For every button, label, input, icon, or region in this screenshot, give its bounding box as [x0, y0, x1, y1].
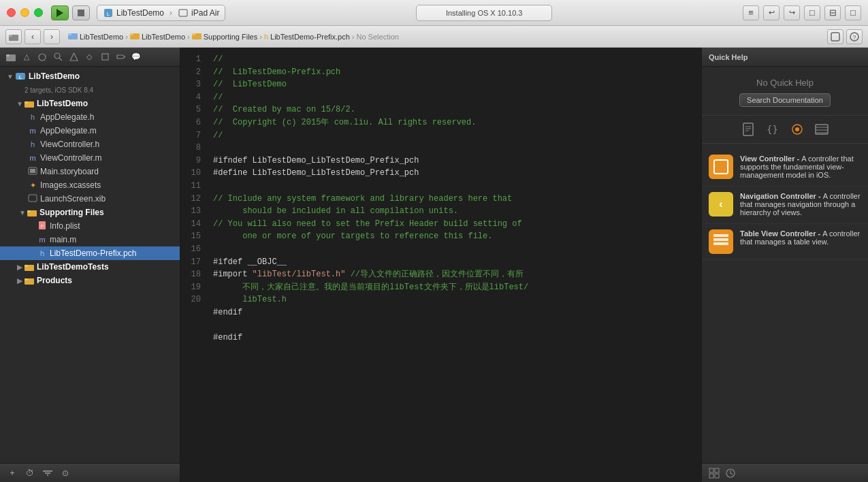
line-num-20: 20 — [187, 293, 201, 306]
qh-layout-icon[interactable] — [814, 121, 830, 138]
svg-text:{}: {} — [767, 124, 778, 135]
tree-item-info-plist[interactable]: P Info.plist — [0, 219, 180, 233]
bc-libtestdemo-project[interactable]: LibTestDemo — [68, 32, 123, 42]
sidebar-footer: + ⏱ ⊙ — [0, 463, 180, 482]
toolbar2: ‹ › LibTestDemo › LibTestDemo › Supporti… — [0, 26, 868, 48]
tree-item-project-root[interactable]: ▼ L LibTestDemo — [0, 69, 180, 83]
report-nav-icon[interactable]: 💬 — [129, 50, 143, 64]
code-line-19: #endif — [213, 333, 242, 342]
plist-icon: P — [37, 221, 48, 231]
svg-marker-0 — [57, 9, 63, 17]
svg-rect-30 — [29, 195, 37, 202]
rp-circle-icon[interactable] — [724, 466, 737, 480]
tree-item-libtestdemotests[interactable]: ▶ LibTestDemoTests — [0, 260, 180, 274]
svg-rect-13 — [831, 33, 839, 41]
rp-grid-icon[interactable] — [707, 466, 721, 480]
scheme-selector[interactable]: L LibTestDemo › iPad Air — [97, 5, 225, 21]
line-num-2: 2 — [187, 66, 201, 79]
svg-point-18 — [39, 54, 46, 61]
bc-libtestdemo-folder[interactable]: LibTestDemo — [130, 32, 185, 41]
search-documentation-btn[interactable]: Search Documentation — [739, 93, 831, 107]
tree-item-prefix-pch[interactable]: h LibTestDemo-Prefix.pch — [0, 246, 180, 260]
svg-rect-17 — [6, 54, 10, 57]
code-area[interactable]: // // LibTestDemo-Prefix.pch // LibTestD… — [205, 48, 701, 482]
issue-nav-icon[interactable] — [67, 50, 80, 64]
tree-item-launchscreen-xib[interactable]: LaunchScreen.xib — [0, 192, 180, 206]
navigator-folder-icon[interactable] — [4, 50, 18, 64]
qh-code-icon[interactable]: {} — [765, 121, 781, 138]
images-xcassets-label: Images.xcassets — [40, 180, 101, 190]
standard-editor[interactable]: □ — [804, 5, 820, 20]
tree-item-products[interactable]: ▶ Products — [0, 274, 180, 287]
tree-item-libtestdemo-group[interactable]: ▼ LibTestDemo — [0, 97, 180, 110]
forward-btn[interactable]: ↪ — [784, 5, 800, 20]
nav-icon-container: ‹ — [709, 192, 733, 216]
folder-icon-btn[interactable] — [5, 29, 22, 44]
tree-item-supporting-files[interactable]: ▼ Supporting Files — [0, 206, 180, 219]
symbol-nav-icon[interactable] — [35, 50, 49, 64]
svg-rect-40 — [45, 472, 50, 474]
filter-btn[interactable] — [41, 466, 54, 480]
search-nav-icon[interactable] — [51, 50, 65, 64]
navigator-toggle[interactable]: ≡ — [743, 5, 759, 20]
svg-rect-6 — [9, 35, 12, 37]
version-editor[interactable]: □ — [845, 5, 861, 20]
nav-title: Navigation Controller - A controller tha… — [740, 192, 861, 216]
assistant-editor[interactable]: ⊟ — [824, 5, 841, 20]
fullscreen-button[interactable] — [34, 8, 43, 17]
qh-item-nav-controller[interactable]: ‹ Navigation Controller - A controller t… — [702, 187, 868, 224]
code-line-15: #ifdef __OBJC__ — [213, 257, 287, 267]
bc-prefix-pch[interactable]: h LibTestDemo-Prefix.pch — [264, 33, 350, 41]
hierarchy-btn[interactable]: ⊙ — [59, 466, 72, 480]
inspector-btn[interactable] — [827, 29, 843, 44]
install-indicator: Installing OS X 10.10.3 — [225, 5, 743, 21]
tree-item-main-storyboard[interactable]: Main.storyboard — [0, 165, 180, 178]
qh-circle-icon[interactable] — [789, 121, 805, 138]
tree-item-appdelegate-h[interactable]: h AppDelegate.h — [0, 110, 180, 124]
tree-item-viewcontroller-h[interactable]: h ViewController.h — [0, 138, 180, 151]
tree-item-images-xcassets[interactable]: ✦ Images.xcassets — [0, 178, 180, 192]
help-btn[interactable]: ? — [846, 29, 863, 44]
editor-content[interactable]: 1 2 3 4 5 6 7 8 9 10 11 12 13 14 15 16 1… — [180, 48, 701, 482]
device-icon — [178, 9, 189, 17]
code-line-16-preproc: #import "libTest/libTest.h" //导入文件的正确路径，… — [213, 270, 528, 304]
nav-back-btn[interactable]: ‹ — [25, 29, 41, 44]
line-num-1: 1 — [187, 53, 201, 66]
source-control-icon[interactable]: △ — [20, 50, 33, 64]
project-file-icon: L — [15, 71, 26, 81]
bc-supporting-files[interactable]: Supporting Files — [192, 32, 258, 41]
line-num-8: 8 — [187, 142, 201, 155]
xib-icon — [27, 194, 38, 204]
vc-icon-container — [709, 155, 733, 179]
tree-item-viewcontroller-m[interactable]: m ViewController.m — [0, 151, 180, 165]
nav-fwd-btn[interactable]: › — [44, 29, 60, 44]
titlebar: L LibTestDemo › iPad Air Installing OS X… — [0, 0, 868, 26]
main-content: △ ◇ 💬 ▼ — [0, 48, 868, 482]
code-line-9: #ifndef LibTestDemo_LibTestDemo_Prefix_p… — [213, 156, 419, 178]
appdelegate-h-label: AppDelegate.h — [40, 112, 94, 122]
qh-item-view-controller[interactable]: View Controller - A controller that supp… — [702, 149, 868, 187]
breakpoint-nav-icon[interactable] — [114, 50, 127, 64]
svg-text:?: ? — [852, 34, 856, 41]
add-file-btn[interactable]: + — [5, 466, 19, 480]
bc-folder-label: LibTestDemo — [142, 33, 185, 41]
run-button[interactable] — [51, 5, 69, 20]
line-num-12: 12 — [187, 193, 201, 206]
back-forward[interactable]: ↩ — [763, 5, 779, 20]
test-nav-icon[interactable]: ◇ — [82, 50, 96, 64]
line-num-3: 3 — [187, 78, 201, 91]
svg-rect-27 — [25, 101, 28, 103]
right-panel: Quick Help No Quick Help Search Document… — [701, 48, 868, 482]
qh-file-icon[interactable] — [740, 121, 756, 138]
minimize-button[interactable] — [20, 8, 29, 17]
recent-files-btn[interactable]: ⏱ — [23, 466, 37, 480]
stop-button[interactable] — [72, 5, 90, 20]
tree-item-appdelegate-m[interactable]: m AppDelegate.m — [0, 124, 180, 138]
nav-arrow-icon: ‹ — [713, 197, 728, 212]
qh-item-table-controller[interactable]: Table View Controller - A controller tha… — [702, 224, 868, 260]
line-num-17: 17 — [187, 256, 201, 269]
tree-item-main-m[interactable]: m main.m — [0, 233, 180, 246]
svg-rect-32 — [27, 210, 31, 212]
close-button[interactable] — [7, 8, 16, 17]
debug-nav-icon[interactable] — [98, 50, 112, 64]
